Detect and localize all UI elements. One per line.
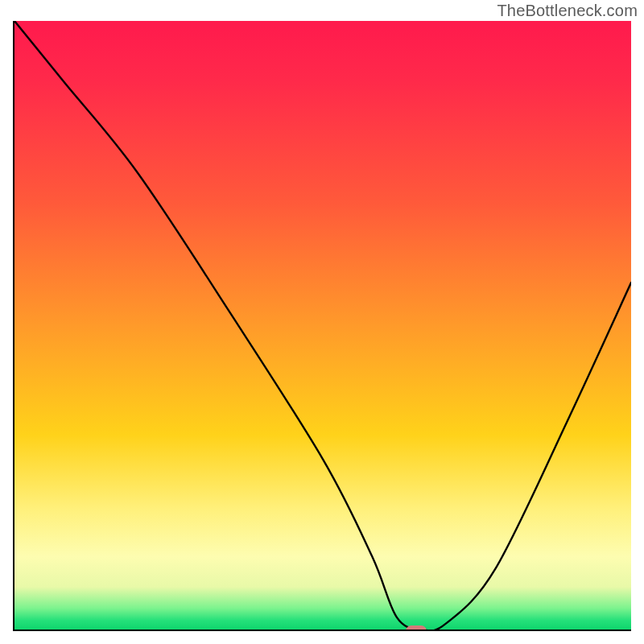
curve-layer (14, 21, 631, 630)
plot-area (13, 21, 631, 631)
bottleneck-chart: TheBottleneck.com (0, 0, 644, 644)
bottleneck-curve-path (14, 21, 631, 631)
watermark-text: TheBottleneck.com (497, 2, 638, 20)
optimal-marker (406, 625, 427, 631)
